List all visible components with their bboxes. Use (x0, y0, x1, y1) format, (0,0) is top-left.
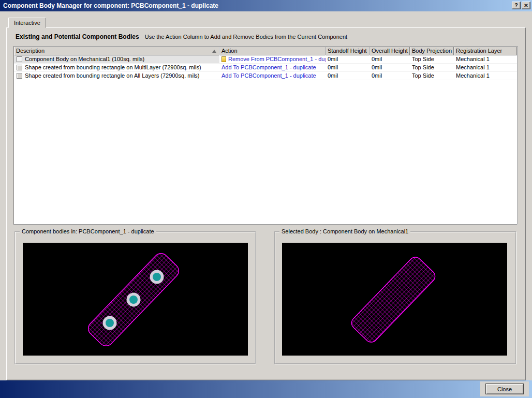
column-header-action[interactable]: Action (219, 47, 326, 55)
cell-standoff-height: 0mil (326, 55, 370, 63)
close-button[interactable]: Close (485, 384, 524, 394)
bodies-table: Description Action Standoff Height Overa… (13, 46, 518, 225)
checkbox-icon[interactable] (17, 73, 22, 79)
tab-interactive[interactable]: Interactive (8, 18, 46, 28)
cell-overall-height: 0mil (370, 72, 410, 80)
cell-description: Shape created from bounding rectangle on… (14, 72, 219, 80)
cell-standoff-height: 0mil (326, 72, 370, 80)
column-header-body-projection[interactable]: Body Projection (410, 47, 454, 55)
titlebar-buttons: ? ✕ (512, 2, 530, 9)
cell-overall-height: 0mil (370, 64, 410, 71)
cell-body-projection: Top Side (410, 64, 454, 71)
selected-body-shape (349, 255, 438, 345)
table-row[interactable]: Shape created from bounding rectangle on… (14, 64, 517, 72)
cell-overall-height: 0mil (370, 55, 410, 63)
table-row[interactable]: Component Body on Mechanical1 (100sq. mi… (14, 55, 517, 64)
component-bodies-preview-canvas (23, 243, 248, 356)
component-body-row-icon[interactable] (17, 56, 22, 62)
cell-action: Remove From PCBComponent_1 - dupl (219, 55, 326, 63)
column-header-overall-height[interactable]: Overall Height (370, 47, 410, 55)
cell-body-projection: Top Side (410, 72, 454, 80)
titlebar: Component Body Manager for component: PC… (0, 0, 532, 11)
cell-description: Shape created from bounding rectangle on… (14, 64, 219, 71)
cell-registration-layer: Mechanical 1 (454, 64, 517, 71)
table-row[interactable]: Shape created from bounding rectangle on… (14, 72, 517, 80)
column-header-description[interactable]: Description (14, 47, 219, 55)
cell-action: Add To PCBComponent_1 - duplicate (219, 72, 326, 80)
pad (127, 293, 141, 307)
remove-body-link[interactable]: Remove From PCBComponent_1 - dupl (228, 56, 326, 62)
left-preview-title: Component bodies in: PCBComponent_1 - du… (20, 228, 156, 234)
pad (150, 270, 164, 284)
column-header-standoff-height[interactable]: Standoff Height (326, 47, 370, 55)
section-header: Existing and Potential Component Bodies … (16, 33, 347, 40)
tab-label: Interactive (14, 20, 40, 26)
help-button[interactable]: ? (512, 2, 521, 9)
section-subtitle: Use the Action Column to Add and Remove … (145, 34, 347, 40)
checkbox-icon[interactable] (17, 65, 22, 70)
cell-body-projection: Top Side (410, 55, 454, 63)
cell-standoff-height: 0mil (326, 64, 370, 71)
body-icon (221, 56, 226, 62)
table-header: Description Action Standoff Height Overa… (14, 47, 517, 55)
cell-registration-layer: Mechanical 1 (454, 55, 517, 63)
close-button-panel: Close (480, 381, 529, 396)
selected-body-preview-canvas (282, 243, 507, 356)
sort-ascending-icon (212, 50, 216, 53)
section-title: Existing and Potential Component Bodies (16, 33, 139, 40)
selected-body-preview (282, 243, 507, 356)
footer-bar: Close (0, 380, 532, 398)
selected-body-preview-group: Selected Body : Component Body on Mechan… (274, 231, 516, 364)
component-body-manager-dialog: Component Body Manager for component: PC… (0, 0, 532, 398)
add-body-link[interactable]: Add To PCBComponent_1 - duplicate (221, 72, 316, 79)
cell-action: Add To PCBComponent_1 - duplicate (219, 64, 326, 71)
cell-registration-layer: Mechanical 1 (454, 72, 517, 80)
add-body-link[interactable]: Add To PCBComponent_1 - duplicate (221, 64, 316, 70)
cell-description: Component Body on Mechanical1 (100sq. mi… (14, 55, 219, 63)
window-title: Component Body Manager for component: PC… (0, 2, 218, 9)
column-header-registration-layer[interactable]: Registration Layer (454, 47, 517, 55)
right-preview-title: Selected Body : Component Body on Mechan… (279, 228, 410, 234)
component-bodies-preview (23, 243, 248, 356)
component-bodies-preview-group: Component bodies in: PCBComponent_1 - du… (14, 231, 256, 364)
close-window-button[interactable]: ✕ (522, 2, 530, 9)
pad (103, 316, 117, 330)
